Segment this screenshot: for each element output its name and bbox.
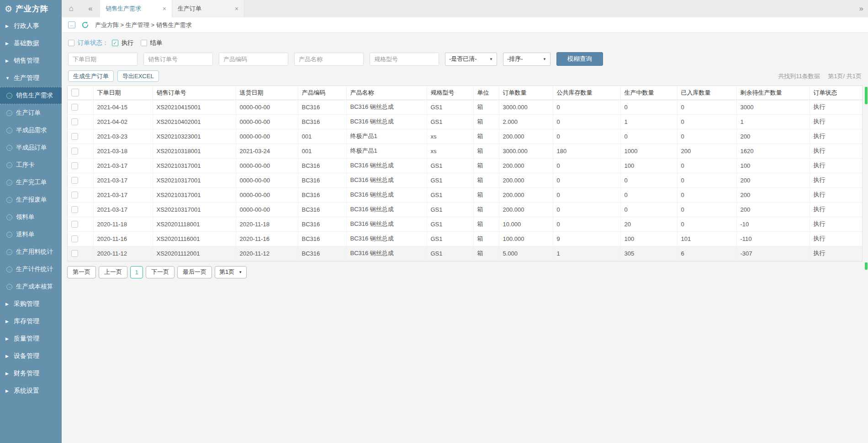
column-header-10[interactable]: 已入库数量 — [677, 86, 736, 100]
column-header-8[interactable]: 公共库存数量 — [553, 86, 620, 100]
sidebar-subitem-11[interactable]: →生产成本核算 — [0, 278, 62, 295]
column-header-6[interactable]: 单位 — [473, 86, 499, 100]
cell-r2-c11: 200 — [736, 129, 810, 144]
tab-1[interactable]: 生产订单× — [172, 0, 244, 17]
table-row[interactable]: 2021-03-23XS202103230010000-00-00001终极产品… — [68, 129, 862, 144]
column-header-12[interactable]: 订单状态 — [810, 86, 862, 100]
vertical-scrollbar-thumb[interactable] — [865, 87, 868, 104]
column-header-1[interactable]: 销售订单号 — [153, 86, 236, 100]
column-header-0[interactable]: 下单日期 — [93, 86, 153, 100]
sidebar-subitem-8[interactable]: →退料单 — [0, 226, 62, 243]
close-icon[interactable]: × — [235, 5, 238, 12]
sidebar-item-2[interactable]: ▶销售管理 — [0, 52, 62, 69]
scrollbar-bottom-thumb[interactable] — [865, 262, 868, 270]
sidebar-item-1[interactable]: ▶基础数据 — [0, 35, 62, 52]
sidebar-subitem-2[interactable]: →半成品需求 — [0, 122, 62, 139]
cell-r4-c2: 0000-00-00 — [236, 158, 298, 173]
home-icon[interactable]: ⌂ — [62, 0, 81, 17]
sidebar-item-9[interactable]: ▶系统设置 — [0, 382, 62, 400]
close-icon[interactable]: × — [163, 5, 166, 12]
filter-select-0[interactable]: -是否已清-▼ — [445, 53, 497, 66]
next-page-button[interactable]: 下一页 — [146, 266, 175, 278]
status-option-checkbox-0[interactable]: ✓ — [112, 40, 118, 46]
table-row[interactable]: 2021-03-17XS202103170010000-00-00BC316BC… — [68, 173, 862, 187]
column-header-11[interactable]: 剩余待生产数量 — [736, 86, 810, 100]
sidebar-subitem-0[interactable]: →销售生产需求 — [0, 87, 62, 104]
sidebar-item-5[interactable]: ▶库存管理 — [0, 313, 62, 330]
filter-select-1[interactable]: -排序-▼ — [503, 53, 550, 66]
sidebar-item-8[interactable]: ▶财务管理 — [0, 365, 62, 382]
table-row[interactable]: 2020-11-12XS202011120012020-11-12BC316BC… — [68, 246, 862, 261]
column-header-2[interactable]: 送货日期 — [236, 86, 298, 100]
sidebar-item-3[interactable]: ▼生产管理 — [0, 69, 62, 87]
table-row[interactable]: 2021-04-02XS202104020010000-00-00BC316BC… — [68, 114, 862, 129]
select-all-checkbox[interactable] — [71, 89, 79, 96]
table-row[interactable]: 2021-04-15XS202104150010000-00-00BC316BC… — [68, 100, 862, 114]
filter-input-2[interactable] — [219, 53, 288, 66]
filter-input-1[interactable] — [143, 53, 213, 66]
table-row[interactable]: 2020-11-16XS202011160012020-11-16BC316BC… — [68, 231, 862, 246]
status-option-checkbox-1[interactable]: ✓ — [141, 40, 147, 46]
row-checkbox[interactable] — [71, 250, 78, 257]
sidebar-subitem-10[interactable]: →生产计件统计 — [0, 261, 62, 278]
sidebar-subitem-1[interactable]: →生产订单 — [0, 104, 62, 122]
filter-input-3[interactable] — [294, 53, 364, 66]
table-row[interactable]: 2021-03-17XS202103170010000-00-00BC316BC… — [68, 187, 862, 202]
row-checkbox[interactable] — [71, 133, 78, 140]
sidebar-subitem-4[interactable]: →工序卡 — [0, 156, 62, 174]
fuzzy-search-button[interactable]: 模糊查询 — [556, 52, 603, 66]
column-header-4[interactable]: 产品名称 — [346, 86, 427, 100]
row-checkbox[interactable] — [71, 104, 78, 111]
sidebar-subitem-9[interactable]: →生产用料统计 — [0, 243, 62, 261]
last-page-button[interactable]: 最后一页 — [177, 266, 212, 278]
filter-input-0[interactable] — [68, 53, 138, 66]
current-page-button[interactable]: 1 — [130, 266, 143, 278]
row-checkbox[interactable] — [71, 221, 78, 228]
row-checkbox[interactable] — [71, 148, 78, 155]
table-row[interactable]: 2020-11-18XS202011180012020-11-18BC316BC… — [68, 217, 862, 231]
sidebar-item-6[interactable]: ▶质量管理 — [0, 330, 62, 347]
sidebar-subitem-3[interactable]: →半成品订单 — [0, 139, 62, 156]
table-row[interactable]: 2021-03-17XS202103170010000-00-00BC316BC… — [68, 202, 862, 217]
cell-r5-c0: 2021-03-17 — [93, 173, 153, 187]
generate-production-order-button[interactable]: 生成生产订单 — [68, 70, 114, 82]
cell-r8-c2: 2020-11-18 — [236, 217, 298, 231]
scroll-tabs-left-icon[interactable]: « — [81, 0, 100, 17]
sidebar-item-0[interactable]: ▶行政人事 — [0, 17, 62, 35]
column-header-5[interactable]: 规格型号 — [427, 86, 473, 100]
refresh-icon[interactable] — [81, 21, 89, 29]
sidebar-subitem-label: 生产报废单 — [16, 196, 47, 204]
column-header-7[interactable]: 订单数量 — [499, 86, 553, 100]
row-checkbox[interactable] — [71, 118, 78, 125]
column-header-9[interactable]: 生产中数量 — [620, 86, 677, 100]
first-page-button[interactable]: 第一页 — [67, 266, 96, 278]
row-checkbox-cell — [68, 158, 93, 173]
back-icon[interactable]: ← — [68, 21, 75, 28]
cell-r1-c1: XS20210402001 — [153, 114, 236, 129]
row-checkbox[interactable] — [71, 235, 78, 242]
sidebar-subitem-6[interactable]: →生产报废单 — [0, 191, 62, 208]
order-status-checkbox[interactable]: ✓ — [68, 40, 74, 46]
row-checkbox[interactable] — [71, 177, 78, 184]
sidebar-item-label: 库存管理 — [14, 317, 39, 326]
cell-r9-c6: 箱 — [473, 231, 499, 246]
table-row[interactable]: 2021-03-17XS202103170010000-00-00BC316BC… — [68, 158, 862, 173]
table-row[interactable]: 2021-03-18XS202103180012021-03-24001终极产品… — [68, 144, 862, 158]
column-header-3[interactable]: 产品编码 — [298, 86, 346, 100]
sidebar-item-7[interactable]: ▶设备管理 — [0, 347, 62, 365]
cell-r5-c8: 0 — [553, 173, 620, 187]
sidebar-subitem-7[interactable]: →领料单 — [0, 208, 62, 226]
scroll-tabs-right-icon[interactable]: » — [859, 0, 863, 17]
prev-page-button[interactable]: 上一页 — [99, 266, 127, 278]
row-checkbox[interactable] — [71, 162, 78, 169]
row-checkbox[interactable] — [71, 206, 78, 213]
sidebar-subitem-5[interactable]: →生产完工单 — [0, 174, 62, 191]
sidebar-item-4[interactable]: ▶采购管理 — [0, 295, 62, 313]
circle-arrow-icon: → — [6, 110, 12, 116]
row-checkbox[interactable] — [71, 192, 78, 198]
data-table: 下单日期销售订单号送货日期产品编码产品名称规格型号单位订单数量公共库存数量生产中… — [68, 86, 862, 261]
export-excel-button[interactable]: 导出EXCEL — [117, 70, 159, 82]
filter-input-4[interactable] — [370, 53, 439, 66]
tab-0[interactable]: 销售生产需求× — [100, 0, 172, 17]
page-select[interactable]: 第1页▼ — [215, 266, 247, 278]
